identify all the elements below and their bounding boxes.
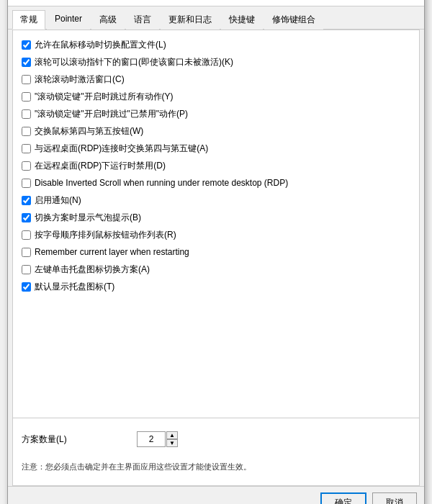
- checkbox-label-10: 切换方案时显示气泡提示(B): [35, 212, 141, 224]
- checkbox-row-14: 默认显示托盘图标(T): [22, 279, 410, 294]
- checkbox-label-0: 允许在鼠标移动时切换配置文件(L): [35, 39, 166, 51]
- checkbox-13[interactable]: [22, 265, 31, 274]
- checkbox-0[interactable]: [22, 40, 31, 50]
- checkbox-11[interactable]: [22, 230, 31, 240]
- checkbox-label-8: Disable Inverted Scroll when running und…: [35, 178, 288, 188]
- spinner-down-button[interactable]: ▼: [166, 439, 178, 447]
- close-button[interactable]: ✕: [404, 0, 418, 3]
- checkbox-row-13: 左键单击托盘图标切换方案(A): [22, 262, 410, 276]
- checkbox-4[interactable]: [22, 109, 31, 119]
- checkbox-row-11: 按字母顺序排列鼠标按钮动作列表(R): [22, 228, 410, 242]
- checkbox-9[interactable]: [22, 196, 31, 205]
- settings-content: 允许在鼠标移动时切换配置文件(L)滚轮可以滚动指针下的窗口(即使该窗口未被激活)…: [12, 30, 420, 418]
- tab-更新和日志[interactable]: 更新和日志: [161, 10, 220, 30]
- checkbox-label-7: 在远程桌面(RDP)下运行时禁用(D): [35, 160, 166, 172]
- checkbox-row-10: 切换方案时显示气泡提示(B): [22, 210, 410, 225]
- checkbox-row-5: 交换鼠标第四与第五按钮(W): [22, 124, 410, 138]
- main-window: 全局设置 ✕ 常规Pointer高级语言更新和日志快捷键修饰键组合 允许在鼠标移…: [7, 0, 425, 504]
- checkbox-row-6: 与远程桌面(RDP)连接时交换第四与第五键(A): [22, 141, 410, 156]
- checkbox-row-9: 启用通知(N): [22, 193, 410, 207]
- scheme-count-input[interactable]: [137, 431, 166, 447]
- tab-语言[interactable]: 语言: [126, 10, 159, 30]
- checkbox-row-7: 在远程桌面(RDP)下运行时禁用(D): [22, 158, 410, 173]
- checkbox-label-9: 启用通知(N): [35, 194, 81, 207]
- ok-button[interactable]: 确定: [320, 492, 366, 504]
- checkbox-row-1: 滚轮可以滚动指针下的窗口(即使该窗口未被激活)(K): [22, 55, 410, 69]
- checkbox-label-5: 交换鼠标第四与第五按钮(W): [35, 125, 143, 138]
- checkbox-label-12: Remember current layer when restarting: [35, 247, 189, 257]
- checkbox-label-3: "滚动锁定键"开启时跳过所有动作(Y): [35, 91, 174, 103]
- checkbox-1[interactable]: [22, 58, 31, 67]
- tab-修饰键组合[interactable]: 修饰键组合: [264, 10, 323, 30]
- checkbox-row-4: "滚动锁定键"开启时跳过"已禁用"动作(P): [22, 107, 410, 121]
- cancel-button[interactable]: 取消: [372, 492, 417, 504]
- checkbox-10[interactable]: [22, 213, 31, 222]
- checkbox-label-14: 默认显示托盘图标(T): [35, 281, 114, 293]
- window-title: 全局设置: [14, 0, 48, 1]
- scheme-count-row: 方案数量(L) ▲ ▼: [22, 431, 410, 447]
- spinner-up-button[interactable]: ▲: [166, 431, 178, 439]
- checkbox-5[interactable]: [22, 127, 31, 136]
- title-bar: 全局设置 ✕: [8, 0, 424, 6]
- checkbox-label-1: 滚轮可以滚动指针下的窗口(即使该窗口未被激活)(K): [35, 56, 233, 68]
- notice-text: 注意：您必须点击确定并在主界面应用这些设置才能使设置生效。: [22, 462, 410, 478]
- checkbox-row-3: "滚动锁定键"开启时跳过所有动作(Y): [22, 89, 410, 104]
- spinner-buttons: ▲ ▼: [166, 431, 178, 447]
- checkbox-3[interactable]: [22, 92, 31, 102]
- tab-Pointer[interactable]: Pointer: [47, 10, 90, 30]
- checkbox-label-13: 左键单击托盘图标切换方案(A): [35, 264, 150, 276]
- spinner-container: ▲ ▼: [137, 431, 178, 447]
- checkbox-label-4: "滚动锁定键"开启时跳过"已禁用"动作(P): [35, 108, 188, 120]
- tab-高级[interactable]: 高级: [91, 10, 125, 30]
- checkbox-row-12: Remember current layer when restarting: [22, 245, 410, 259]
- scheme-count-label: 方案数量(L): [22, 433, 79, 446]
- tab-常规[interactable]: 常规: [12, 10, 45, 30]
- bottom-section: 方案数量(L) ▲ ▼ 注意：您必须点击确定并在主界面应用这些设置才能使设置生效…: [12, 418, 420, 486]
- footer: 确定 取消: [8, 486, 424, 504]
- checkbox-label-11: 按字母顺序排列鼠标按钮动作列表(R): [35, 229, 176, 241]
- checkbox-label-2: 滚轮滚动时激活窗口(C): [35, 73, 125, 86]
- checkbox-2[interactable]: [22, 75, 31, 84]
- checkbox-row-0: 允许在鼠标移动时切换配置文件(L): [22, 37, 410, 52]
- checkbox-14[interactable]: [22, 282, 31, 292]
- checkbox-label-6: 与远程桌面(RDP)连接时交换第四与第五键(A): [35, 143, 208, 155]
- tab-bar: 常规Pointer高级语言更新和日志快捷键修饰键组合: [8, 6, 424, 30]
- tab-快捷键[interactable]: 快捷键: [221, 10, 263, 30]
- checkbox-8[interactable]: [22, 179, 31, 188]
- checkbox-6[interactable]: [22, 144, 31, 153]
- checkbox-row-2: 滚轮滚动时激活窗口(C): [22, 72, 410, 86]
- checkbox-12[interactable]: [22, 248, 31, 257]
- checkbox-row-8: Disable Inverted Scroll when running und…: [22, 176, 410, 190]
- checkbox-7[interactable]: [22, 161, 31, 171]
